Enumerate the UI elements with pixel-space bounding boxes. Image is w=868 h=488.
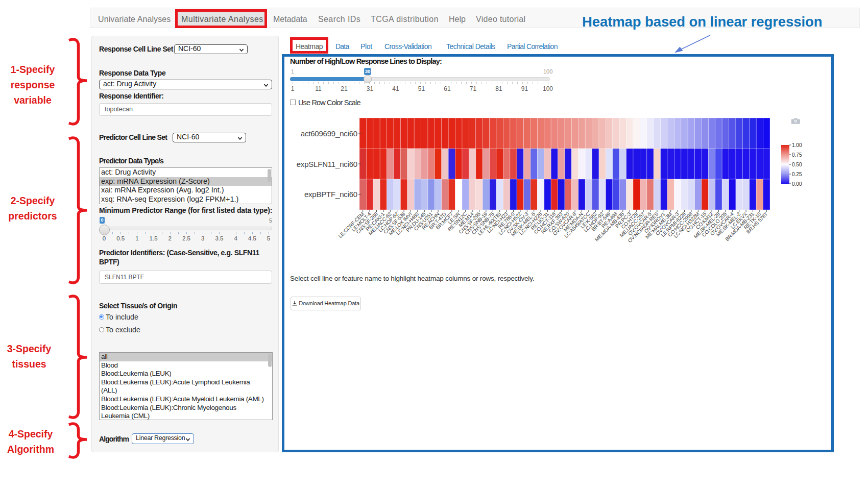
svg-text:expSLFN11_nci60: expSLFN11_nci60 [297, 160, 357, 168]
svg-text:1.00: 1.00 [792, 142, 802, 148]
svg-text:0.75: 0.75 [792, 152, 802, 158]
svg-text:act609699_nci60: act609699_nci60 [301, 129, 357, 138]
svg-text:0.25: 0.25 [792, 172, 802, 177]
svg-text:expBPTF_nci60: expBPTF_nci60 [304, 190, 357, 199]
svg-text:0.00: 0.00 [792, 181, 802, 187]
svg-text:0.50: 0.50 [792, 162, 802, 167]
